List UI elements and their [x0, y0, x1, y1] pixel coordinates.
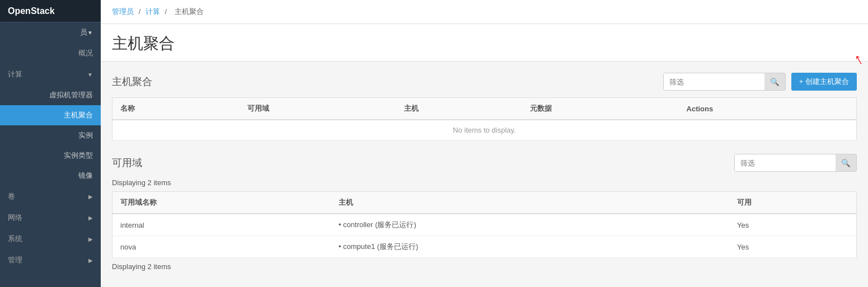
breadcrumb-sep-2: / — [165, 7, 168, 16]
sidebar-item-compute[interactable]: 计算 ▼ — [0, 64, 101, 85]
host-aggregate-empty-message: No items to display. — [112, 120, 857, 140]
az-section-header: 可用域 🔍 — [112, 154, 857, 172]
host-aggregate-search-box: 🔍 — [663, 73, 786, 91]
az-items-count-bottom: Displaying 2 items — [112, 262, 857, 271]
network-chevron-icon: ▶ — [88, 215, 93, 221]
sidebar-item-instance-types[interactable]: 实例类型 — [0, 145, 101, 166]
host-aggregate-table: 名称 可用域 主机 元数据 Actions No items to displa… — [112, 97, 857, 140]
sidebar: OpenStack 员 ▼ 概况 计算 ▼ 虚拟机管理器 主机聚合 实例 实例类… — [0, 0, 101, 287]
az-title: 可用域 — [112, 156, 142, 170]
app-logo: OpenStack — [0, 0, 101, 22]
col-hosts: 主机 — [396, 98, 522, 120]
create-btn-container: ↑ + 创建主机聚合 — [786, 73, 857, 91]
col-az-hosts: 主机 — [331, 192, 729, 214]
az-search-button[interactable]: 🔍 — [836, 154, 856, 171]
sidebar-item-network[interactable]: 网络 ▶ — [0, 207, 101, 228]
sidebar-item-host-aggregates[interactable]: 主机聚合 — [0, 105, 101, 125]
host-aggregate-section-header: 主机聚合 🔍 ↑ + 创建主机聚合 — [112, 73, 857, 91]
sidebar-item-volumes[interactable]: 卷 ▶ — [0, 186, 101, 207]
page-title-section: 主机聚合 — [101, 24, 868, 62]
az-table-row: nova • compute1 (服务已运行) Yes — [112, 236, 857, 258]
host-aggregate-search-button[interactable]: 🔍 — [764, 73, 785, 90]
az-items-count-top: Displaying 2 items — [112, 178, 857, 187]
sidebar-item-overview[interactable]: 概况 — [0, 43, 101, 64]
host-aggregate-toolbar: 🔍 ↑ + 创建主机聚合 — [663, 73, 857, 91]
breadcrumb-sep-1: / — [139, 7, 143, 16]
az-row-hosts: • controller (服务已运行) — [331, 214, 729, 236]
sidebar-item-instances[interactable]: 实例 — [0, 125, 101, 145]
az-row-hosts: • compute1 (服务已运行) — [331, 236, 729, 258]
breadcrumb: 管理员 / 计算 / 主机聚合 — [101, 0, 868, 24]
az-search-box: 🔍 — [734, 154, 857, 172]
create-host-aggregate-button[interactable]: + 创建主机聚合 — [791, 73, 857, 91]
az-table-row: internal • controller (服务已运行) Yes — [112, 214, 857, 236]
sidebar-item-images[interactable]: 镜像 — [0, 166, 101, 186]
page-title: 主机聚合 — [112, 33, 857, 54]
system-chevron-icon: ▶ — [88, 236, 93, 242]
az-row-name: internal — [112, 214, 331, 236]
col-metadata: 元数据 — [522, 98, 679, 120]
user-chevron-icon: ▼ — [87, 30, 93, 36]
az-search-input[interactable] — [735, 154, 836, 171]
breadcrumb-admin[interactable]: 管理员 — [112, 7, 134, 16]
col-az-name: 可用域名称 — [112, 192, 331, 214]
host-aggregate-title: 主机聚合 — [112, 75, 152, 88]
sidebar-user[interactable]: 员 ▼ — [0, 22, 101, 43]
sidebar-item-admin[interactable]: 管理 ▶ — [0, 250, 101, 271]
main-content: 管理员 / 计算 / 主机聚合 主机聚合 主机聚合 🔍 ↑ + 创建主机聚合 — [101, 0, 868, 287]
host-aggregate-search-input[interactable] — [664, 73, 764, 90]
content-area: 主机聚合 🔍 ↑ + 创建主机聚合 名称 可用域 — [101, 62, 868, 287]
breadcrumb-compute[interactable]: 计算 — [146, 7, 160, 16]
az-row-available: Yes — [729, 214, 857, 236]
breadcrumb-current: 主机聚合 — [175, 7, 204, 16]
col-az: 可用域 — [240, 98, 396, 120]
az-row-available: Yes — [729, 236, 857, 258]
availability-zone-block: 可用域 🔍 Displaying 2 items 可用域名称 主机 可用 — [112, 154, 857, 271]
col-az-available: 可用 — [729, 192, 857, 214]
az-table-header-row: 可用域名称 主机 可用 — [112, 192, 857, 214]
az-row-name: nova — [112, 236, 331, 258]
az-table: 可用域名称 主机 可用 internal • controller (服务已运行… — [112, 191, 857, 258]
host-aggregate-block: 主机聚合 🔍 ↑ + 创建主机聚合 名称 可用域 — [112, 73, 857, 140]
sidebar-item-system[interactable]: 系统 ▶ — [0, 228, 101, 250]
admin-chevron-icon: ▶ — [88, 257, 93, 264]
host-aggregate-table-header-row: 名称 可用域 主机 元数据 Actions — [112, 98, 857, 120]
az-table-body: internal • controller (服务已运行) Yes nova •… — [112, 214, 857, 258]
compute-chevron-icon: ▼ — [87, 72, 93, 78]
sidebar-item-hypervisors[interactable]: 虚拟机管理器 — [0, 85, 101, 105]
col-name: 名称 — [112, 98, 240, 120]
col-actions: Actions — [679, 98, 857, 120]
volumes-chevron-icon: ▶ — [88, 194, 93, 200]
host-aggregate-empty-row: No items to display. — [112, 120, 857, 140]
